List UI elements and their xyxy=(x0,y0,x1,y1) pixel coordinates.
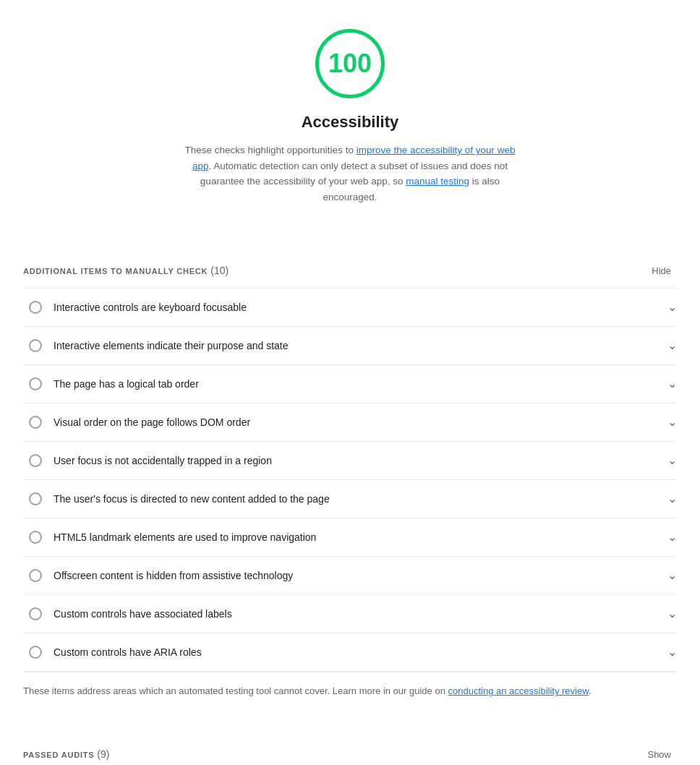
score-section: 100 Accessibility These checks highlight… xyxy=(23,0,677,226)
passed-audits-header: PASSED AUDITS (9) Show xyxy=(23,732,677,765)
audit-status-icon-8 xyxy=(29,607,42,620)
manual-check-toggle[interactable]: Hide xyxy=(646,262,677,279)
chevron-down-icon-9: ⌄ xyxy=(667,644,677,661)
score-circle: 100 xyxy=(315,29,385,98)
audit-item-1[interactable]: Interactive elements indicate their purp… xyxy=(23,327,677,365)
audit-item-8[interactable]: Custom controls have associated labels ⌄ xyxy=(23,595,677,633)
audit-item-3[interactable]: Visual order on the page follows DOM ord… xyxy=(23,403,677,442)
chevron-down-icon-8: ⌄ xyxy=(667,605,677,623)
chevron-down-icon-7: ⌄ xyxy=(667,567,677,584)
audit-status-icon-4 xyxy=(29,454,42,467)
score-title: Accessibility xyxy=(302,110,399,134)
audit-status-icon-2 xyxy=(29,377,42,390)
passed-audits-section: PASSED AUDITS (9) Show xyxy=(23,732,677,765)
audit-label-1: Interactive elements indicate their purp… xyxy=(54,338,659,354)
page-container: 100 Accessibility These checks highlight… xyxy=(0,0,700,765)
audit-status-icon-9 xyxy=(29,646,42,659)
manual-check-title: ADDITIONAL ITEMS TO MANUALLY CHECK xyxy=(23,267,208,275)
audit-item-0[interactable]: Interactive controls are keyboard focusa… xyxy=(23,289,677,327)
audit-item-9[interactable]: Custom controls have ARIA roles ⌄ xyxy=(23,633,677,672)
chevron-down-icon-4: ⌄ xyxy=(667,452,677,469)
passed-audits-title: PASSED AUDITS xyxy=(23,751,94,759)
audit-label-4: User focus is not accidentally trapped i… xyxy=(54,453,659,469)
audit-item-7[interactable]: Offscreen content is hidden from assisti… xyxy=(23,557,677,595)
note-text-before: These items address areas which an autom… xyxy=(23,685,448,696)
audit-item-2[interactable]: The page has a logical tab order ⌄ xyxy=(23,365,677,403)
accessibility-review-link[interactable]: conducting an accessibility review xyxy=(448,685,589,696)
audit-label-5: The user's focus is directed to new cont… xyxy=(54,492,659,507)
chevron-down-icon-5: ⌄ xyxy=(667,490,677,508)
audit-item-5[interactable]: The user's focus is directed to new cont… xyxy=(23,480,677,518)
manual-testing-link[interactable]: manual testing xyxy=(406,176,469,187)
audit-label-6: HTML5 landmark elements are used to impr… xyxy=(54,530,659,545)
chevron-down-icon-1: ⌄ xyxy=(667,337,677,354)
note-text-after: . xyxy=(589,685,592,696)
audit-label-0: Interactive controls are keyboard focusa… xyxy=(54,300,659,315)
chevron-down-icon-3: ⌄ xyxy=(667,414,677,431)
audit-label-8: Custom controls have associated labels xyxy=(54,607,659,622)
audit-status-icon-7 xyxy=(29,569,42,582)
audit-label-9: Custom controls have ARIA roles xyxy=(54,645,659,660)
score-description: These checks highlight opportunities to … xyxy=(176,142,524,205)
score-value: 100 xyxy=(328,44,372,83)
manual-check-count: (10) xyxy=(210,265,229,276)
manual-check-title-group: ADDITIONAL ITEMS TO MANUALLY CHECK (10) xyxy=(23,263,229,278)
audit-status-icon-3 xyxy=(29,416,42,429)
manual-check-header: ADDITIONAL ITEMS TO MANUALLY CHECK (10) … xyxy=(23,248,677,288)
audit-status-icon-1 xyxy=(29,339,42,352)
passed-audits-title-group: PASSED AUDITS (9) xyxy=(23,747,109,762)
audit-status-icon-5 xyxy=(29,492,42,505)
audit-status-icon-6 xyxy=(29,531,42,544)
audit-label-7: Offscreen content is hidden from assisti… xyxy=(54,568,659,584)
audit-label-3: Visual order on the page follows DOM ord… xyxy=(54,415,659,430)
chevron-down-icon-6: ⌄ xyxy=(667,529,677,546)
description-text-before: These checks highlight opportunities to xyxy=(185,145,357,155)
audit-label-2: The page has a logical tab order xyxy=(54,377,659,392)
manual-check-note: These items address areas which an autom… xyxy=(23,672,677,710)
audit-item-4[interactable]: User focus is not accidentally trapped i… xyxy=(23,442,677,480)
audit-list: Interactive controls are keyboard focusa… xyxy=(23,288,677,672)
passed-audits-count: (9) xyxy=(97,748,109,760)
audit-item-6[interactable]: HTML5 landmark elements are used to impr… xyxy=(23,518,677,557)
chevron-down-icon-2: ⌄ xyxy=(667,375,677,393)
audit-status-icon-0 xyxy=(29,301,42,314)
passed-audits-toggle[interactable]: Show xyxy=(641,746,677,763)
chevron-down-icon-0: ⌄ xyxy=(667,299,677,316)
